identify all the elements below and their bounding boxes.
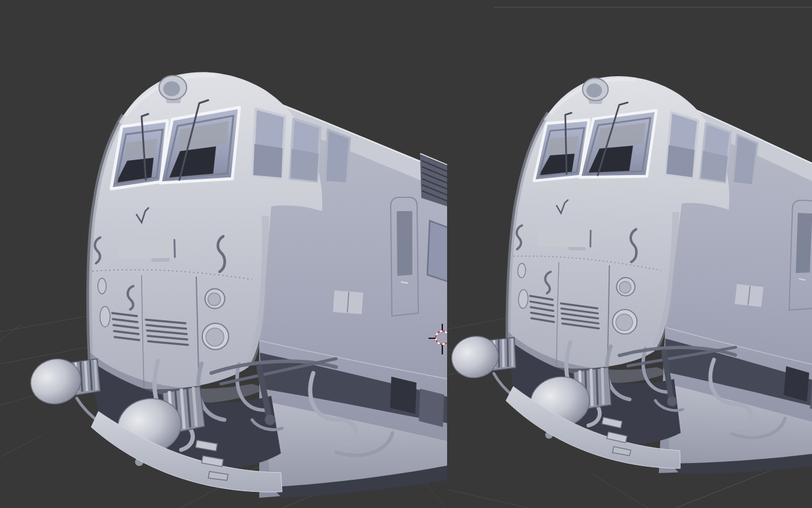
- viewport-left[interactable]: [0, 0, 447, 508]
- viewport-right[interactable]: [447, 0, 812, 508]
- 3d-app-canvas: [0, 0, 812, 508]
- locomotive-model-right[interactable]: [447, 69, 812, 480]
- locomotive-model-left[interactable]: [26, 72, 447, 498]
